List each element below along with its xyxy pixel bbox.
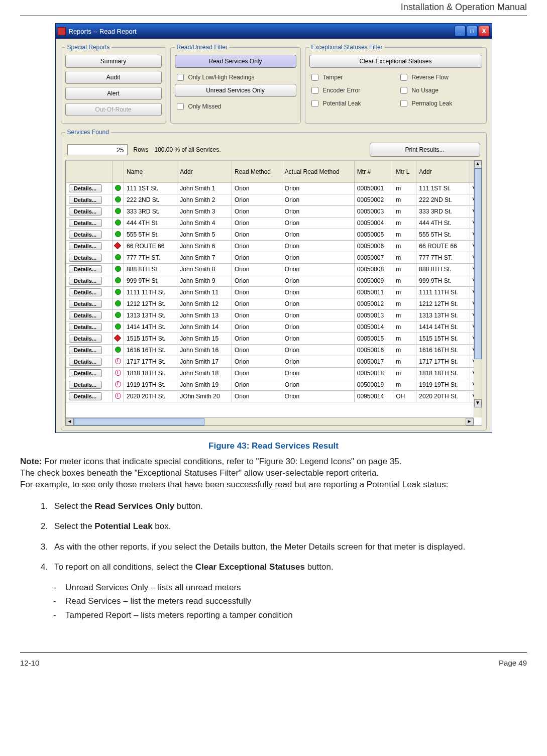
- details-button[interactable]: Details...: [69, 242, 102, 250]
- details-button[interactable]: Details...: [69, 196, 102, 204]
- table-row[interactable]: Details...888 8TH St.John Smith 8OrionOr…: [66, 264, 481, 275]
- table-row[interactable]: Details...333 3RD St.John Smith 3OrionOr…: [66, 206, 481, 218]
- cell-addr: John Smith 13: [177, 310, 232, 321]
- permalog-row[interactable]: Permalog Leak: [398, 97, 482, 110]
- reverse-row[interactable]: Reverse Flow: [398, 71, 482, 84]
- scroll-right-icon[interactable]: ►: [466, 418, 474, 425]
- step-4: To report on all conditions, select the …: [50, 561, 527, 574]
- table-row[interactable]: Details...1414 14TH St.John Smith 14Orio…: [66, 321, 481, 333]
- minimize-button[interactable]: _: [455, 26, 466, 37]
- col-status[interactable]: [113, 161, 124, 183]
- col-read-method[interactable]: Read Method: [232, 161, 282, 183]
- table-row[interactable]: Details...222 2ND St.John Smith 2OrionOr…: [66, 194, 481, 206]
- table-row[interactable]: Details...2020 20TH St.JOhn Smith 20Orio…: [66, 391, 481, 402]
- summary-button[interactable]: Summary: [65, 55, 162, 68]
- cell-addr2: 1313 13TH St.: [416, 310, 470, 321]
- details-button[interactable]: Details...: [69, 207, 102, 215]
- col-mtr-num[interactable]: Mtr #: [354, 161, 393, 183]
- vscroll-thumb[interactable]: [474, 168, 482, 359]
- horizontal-scrollbar[interactable]: ◄ ►: [66, 417, 474, 425]
- dash-2: Read Services – list the meters read suc…: [65, 594, 527, 608]
- table-row[interactable]: Details...1515 15TH St.John Smith 15Orio…: [66, 333, 481, 345]
- cell-addr2: 1515 15TH St.: [416, 333, 470, 345]
- status-icon: [115, 393, 121, 399]
- details-button[interactable]: Details...: [69, 392, 102, 400]
- cell-name: 2020 20TH St.: [124, 391, 177, 402]
- close-button[interactable]: X: [479, 26, 490, 37]
- details-button[interactable]: Details...: [69, 323, 102, 331]
- details-button[interactable]: Details...: [69, 335, 102, 343]
- details-button[interactable]: Details...: [69, 300, 102, 308]
- table-row[interactable]: Details...999 9TH St.John Smith 9OrionOr…: [66, 275, 481, 287]
- vertical-scrollbar[interactable]: ▲ ▼: [474, 160, 482, 417]
- details-button[interactable]: Details...: [69, 381, 102, 389]
- maximize-button[interactable]: □: [467, 26, 478, 37]
- col-details[interactable]: [66, 161, 113, 183]
- table-row[interactable]: Details...555 5TH St.John Smith 5OrionOr…: [66, 229, 481, 241]
- details-button[interactable]: Details...: [69, 277, 102, 285]
- col-addr2[interactable]: Addr: [416, 161, 470, 183]
- tamper-checkbox[interactable]: [311, 74, 318, 81]
- details-button[interactable]: Details...: [69, 358, 102, 366]
- col-mtr-l[interactable]: Mtr L: [393, 161, 416, 183]
- scroll-left-icon[interactable]: ◄: [66, 418, 74, 425]
- unread-services-only-button[interactable]: Unread Services Only: [175, 84, 296, 97]
- permalog-checkbox[interactable]: [400, 100, 407, 107]
- cell-mtr-num: 00050011: [354, 287, 393, 298]
- table-row[interactable]: Details...1717 17TH St.John Smith 17Orio…: [66, 356, 481, 368]
- only-missed-checkbox[interactable]: [177, 103, 184, 110]
- row-count-field[interactable]: [67, 144, 128, 155]
- print-results-button[interactable]: Print Results...: [370, 143, 480, 157]
- audit-button[interactable]: Audit: [65, 71, 162, 84]
- tamper-row[interactable]: Tamper: [309, 71, 393, 84]
- titlebar[interactable]: Reports -- Read Report _ □ X: [56, 24, 492, 39]
- hscroll-thumb[interactable]: [74, 418, 204, 425]
- col-actual-read-method[interactable]: Actual Read Method: [282, 161, 354, 183]
- dash-list: Unread Services Only – lists all unread …: [20, 581, 527, 622]
- table-row[interactable]: Details...444 4TH St.John Smith 4OrionOr…: [66, 218, 481, 229]
- table-row[interactable]: Details...111 1ST St.John Smith 1OrionOr…: [66, 183, 481, 194]
- table-row[interactable]: Details...66 ROUTE 66John Smith 6OrionOr…: [66, 241, 481, 252]
- table-row[interactable]: Details...777 7TH ST.John Smith 7OrionOr…: [66, 252, 481, 264]
- leak-checkbox[interactable]: [311, 100, 318, 107]
- nousage-row[interactable]: No Usage: [398, 84, 482, 97]
- details-button[interactable]: Details...: [69, 254, 102, 262]
- table-row[interactable]: Details...1212 12TH St.John Smith 12Orio…: [66, 298, 481, 310]
- table-row[interactable]: Details...1818 18TH St.John Smith 18Orio…: [66, 368, 481, 379]
- leak-row[interactable]: Potential Leak: [309, 97, 393, 110]
- details-button[interactable]: Details...: [69, 346, 102, 354]
- cell-actual-read-method: Orion: [282, 229, 354, 241]
- read-services-only-button[interactable]: Read Services Only: [175, 55, 296, 68]
- table-row[interactable]: Details...1919 19TH St.John Smith 19Orio…: [66, 379, 481, 391]
- cell-addr: John Smith 5: [177, 229, 232, 241]
- encoder-checkbox[interactable]: [311, 87, 318, 94]
- col-name[interactable]: Name: [124, 161, 177, 183]
- alert-button[interactable]: Alert: [65, 87, 162, 100]
- cell-mtr-l: m: [393, 241, 416, 252]
- table-row[interactable]: Details...1313 13TH St.John Smith 13Orio…: [66, 310, 481, 321]
- scroll-up-icon[interactable]: ▲: [474, 160, 482, 168]
- details-button[interactable]: Details...: [69, 369, 102, 377]
- encoder-row[interactable]: Encoder Error: [309, 84, 393, 97]
- cell-addr: John Smith 2: [177, 194, 232, 206]
- reverse-checkbox[interactable]: [400, 74, 407, 81]
- details-button[interactable]: Details...: [69, 231, 102, 239]
- table-row[interactable]: Details...1111 11TH St.John Smith 11Orio…: [66, 287, 481, 298]
- special-reports-panel: Special Reports Summary Audit Alert Out-…: [61, 44, 166, 124]
- details-button[interactable]: Details...: [69, 288, 102, 296]
- step-1: Select the Read Services Only button.: [50, 500, 527, 513]
- details-button[interactable]: Details...: [69, 265, 102, 273]
- col-addr[interactable]: Addr: [177, 161, 232, 183]
- details-button[interactable]: Details...: [69, 184, 102, 192]
- details-button[interactable]: Details...: [69, 219, 102, 227]
- nousage-checkbox[interactable]: [400, 87, 407, 94]
- only-low-high-checkbox[interactable]: [177, 74, 184, 81]
- clear-exceptional-button[interactable]: Clear Exceptional Statuses: [309, 55, 482, 68]
- details-button[interactable]: Details...: [69, 311, 102, 319]
- cell-mtr-l: m: [393, 345, 416, 356]
- only-low-high-row[interactable]: Only Low/High Readings: [175, 71, 296, 84]
- table-row[interactable]: Details...1616 16TH St.John Smith 16Orio…: [66, 345, 481, 356]
- only-missed-row[interactable]: Only Missed: [175, 100, 296, 113]
- scroll-down-icon[interactable]: ▼: [474, 399, 482, 407]
- pct-label: 100.00 % of all Services.: [155, 146, 221, 153]
